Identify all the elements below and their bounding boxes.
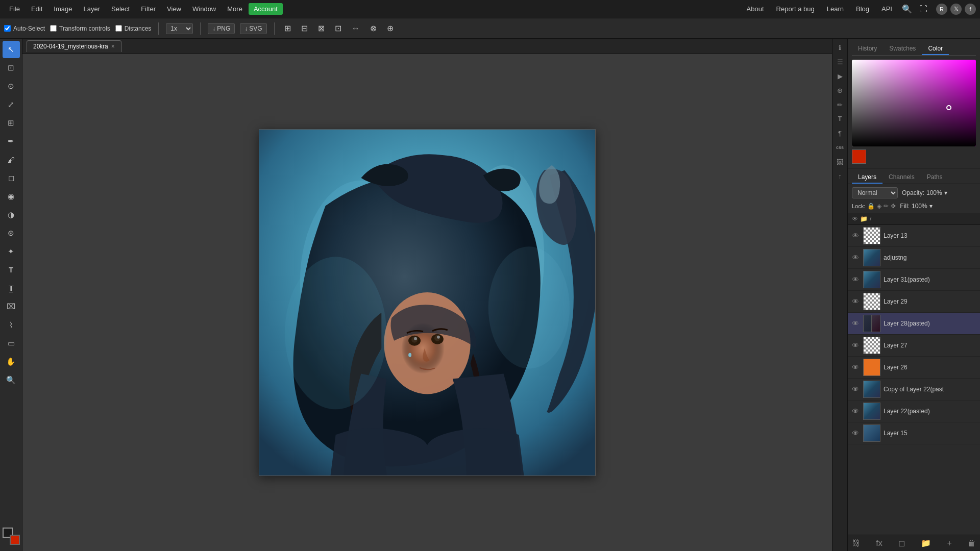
layer-visibility-icon[interactable]: 👁 bbox=[852, 385, 860, 393]
menu-layer[interactable]: Layer bbox=[79, 3, 106, 15]
menu-learn[interactable]: Learn bbox=[822, 3, 849, 15]
png-export-button[interactable]: ↓ PNG bbox=[208, 23, 235, 34]
layer-visibility-icon[interactable]: 👁 bbox=[852, 363, 860, 371]
tab-layers[interactable]: Layers bbox=[852, 171, 883, 184]
menu-panel-button[interactable]: ☰ bbox=[834, 55, 847, 68]
arrange-button[interactable]: ⊗ bbox=[368, 22, 379, 34]
lock-all-icon[interactable]: 🔒 bbox=[867, 203, 875, 210]
hand-tool-button[interactable]: ✋ bbox=[3, 353, 20, 370]
active-swatch[interactable] bbox=[852, 149, 866, 164]
opacity-value[interactable]: 100% bbox=[926, 189, 942, 196]
layer-item[interactable]: 👁 adjustng bbox=[848, 247, 980, 269]
lasso-tool-button[interactable]: ⊙ bbox=[3, 78, 20, 95]
zoom-select[interactable]: 1x 2x 0.5x bbox=[166, 23, 193, 34]
layer-item[interactable]: 👁 Layer 29 bbox=[848, 291, 980, 313]
layer-item[interactable]: 👁 Layer 15 bbox=[848, 422, 980, 444]
distribute-button[interactable]: ⊠ bbox=[315, 22, 327, 34]
crop-button[interactable]: ⊡ bbox=[332, 22, 344, 34]
blend-mode-select[interactable]: Normal Multiply Screen Overlay Soft Ligh… bbox=[852, 187, 898, 198]
twitter-icon[interactable]: 𝕏 bbox=[950, 4, 962, 15]
opacity-dropdown-icon[interactable]: ▾ bbox=[944, 189, 947, 196]
menu-file[interactable]: File bbox=[4, 3, 25, 15]
layer-new-button[interactable]: + bbox=[947, 539, 951, 548]
menu-window[interactable]: Window bbox=[187, 3, 221, 15]
fill-value[interactable]: 100% bbox=[912, 203, 927, 210]
lock-move-icon[interactable]: ✥ bbox=[891, 203, 896, 210]
layer-item[interactable]: 👁 Layer 31(pasted) bbox=[848, 269, 980, 291]
smudge-tool-button[interactable]: ⊛ bbox=[3, 224, 20, 242]
fill-dropdown-icon[interactable]: ▾ bbox=[929, 203, 933, 210]
menu-select[interactable]: Select bbox=[106, 3, 135, 15]
play-panel-button[interactable]: ▶ bbox=[834, 69, 847, 83]
flip-button[interactable]: ↔ bbox=[349, 23, 362, 34]
rect-tool-button[interactable]: ▭ bbox=[3, 335, 20, 352]
tab-color[interactable]: Color bbox=[922, 43, 949, 55]
image-panel-button[interactable]: 🖼 bbox=[834, 155, 847, 168]
layer-link-button[interactable]: ⛓ bbox=[852, 539, 860, 548]
layer-delete-button[interactable]: 🗑 bbox=[968, 539, 976, 548]
canvas-content[interactable] bbox=[22, 54, 832, 551]
transform-controls-checkbox[interactable] bbox=[50, 25, 57, 32]
layer-item[interactable]: 👁 Layer 28(pasted) bbox=[848, 313, 980, 335]
size-button[interactable]: ⊕ bbox=[384, 22, 396, 34]
align-center-button[interactable]: ⊟ bbox=[299, 22, 310, 34]
css-panel-button[interactable]: css bbox=[834, 141, 847, 154]
menu-image[interactable]: Image bbox=[48, 3, 77, 15]
menu-bug[interactable]: Report a bug bbox=[771, 3, 820, 15]
select-tool-button[interactable]: ↖ bbox=[3, 41, 20, 58]
menu-view[interactable]: View bbox=[162, 3, 186, 15]
layer-visibility-icon[interactable]: 👁 bbox=[852, 232, 860, 240]
layer-item[interactable]: 👁 Layer 26 bbox=[848, 357, 980, 379]
eyedropper-tool-button[interactable]: ⌧ bbox=[3, 298, 20, 315]
menu-filter[interactable]: Filter bbox=[136, 3, 161, 15]
tab-close-button[interactable]: × bbox=[111, 43, 115, 50]
layer-visibility-icon[interactable]: 👁 bbox=[852, 276, 860, 284]
pen-tool-button[interactable]: ✒ bbox=[3, 133, 20, 150]
layer-visibility-icon[interactable]: 👁 bbox=[852, 341, 860, 349]
color-picker-area[interactable] bbox=[852, 60, 976, 146]
lock-paint-icon[interactable]: ✏ bbox=[884, 203, 889, 210]
menu-about[interactable]: About bbox=[742, 3, 769, 15]
layer-visibility-icon[interactable]: 👁 bbox=[852, 429, 860, 437]
align-left-button[interactable]: ⊞ bbox=[282, 22, 293, 34]
lock-transparent-icon[interactable]: ◈ bbox=[877, 203, 881, 210]
menu-api[interactable]: API bbox=[876, 3, 897, 15]
tab-swatches[interactable]: Swatches bbox=[883, 43, 922, 55]
layer-mask-button[interactable]: ◻ bbox=[898, 538, 905, 548]
distances-checkbox[interactable] bbox=[115, 25, 122, 32]
tab-paths[interactable]: Paths bbox=[921, 171, 949, 184]
tab-channels[interactable]: Channels bbox=[883, 171, 921, 184]
menu-account[interactable]: Account bbox=[249, 3, 283, 15]
layer-item[interactable]: 👁 Copy of Layer 22(past bbox=[848, 379, 980, 400]
eye-path-icon[interactable]: 👁 bbox=[852, 215, 858, 222]
crop-tool-button[interactable]: ⤢ bbox=[3, 96, 20, 113]
upload-panel-button[interactable]: ↑ bbox=[834, 169, 847, 183]
layer-item[interactable]: 👁 Layer 22(pasted) bbox=[848, 400, 980, 422]
warp-tool-button[interactable]: ⌇ bbox=[3, 316, 20, 334]
text-panel-button[interactable]: T bbox=[834, 112, 847, 126]
search-button[interactable]: 🔍 bbox=[899, 3, 915, 15]
paragraph-panel-button[interactable]: ¶ bbox=[834, 127, 847, 140]
layer-item[interactable]: 👁 Layer 27 bbox=[848, 335, 980, 357]
location-panel-button[interactable]: ⊕ bbox=[834, 84, 847, 97]
transform-tool-button[interactable]: ⊞ bbox=[3, 114, 20, 132]
layer-visibility-icon[interactable]: 👁 bbox=[852, 319, 860, 328]
menu-more[interactable]: More bbox=[222, 3, 248, 15]
menu-blog[interactable]: Blog bbox=[851, 3, 874, 15]
tab-history[interactable]: History bbox=[852, 43, 883, 55]
eraser-tool-button[interactable]: ◻ bbox=[3, 169, 20, 187]
reddit-icon[interactable]: R bbox=[936, 4, 947, 15]
auto-select-checkbox[interactable] bbox=[4, 25, 11, 32]
fill-tool-button[interactable]: ◉ bbox=[3, 188, 20, 205]
fullscreen-button[interactable]: ⛶ bbox=[917, 4, 930, 15]
menu-edit[interactable]: Edit bbox=[26, 3, 47, 15]
zoom-tool-button[interactable]: 🔍 bbox=[3, 371, 20, 389]
brush-tool-button[interactable]: 🖌 bbox=[3, 151, 20, 168]
background-swatch[interactable] bbox=[10, 535, 20, 545]
document-tab[interactable]: 2020-04-19_mysterious-kra × bbox=[27, 40, 121, 52]
layer-visibility-icon[interactable]: 👁 bbox=[852, 407, 860, 415]
layer-group-button[interactable]: 📁 bbox=[921, 538, 931, 548]
text-vert-tool-button[interactable]: T̲ bbox=[3, 280, 20, 297]
facebook-icon[interactable]: f bbox=[965, 4, 976, 15]
clone-tool-button[interactable]: ✦ bbox=[3, 243, 20, 260]
